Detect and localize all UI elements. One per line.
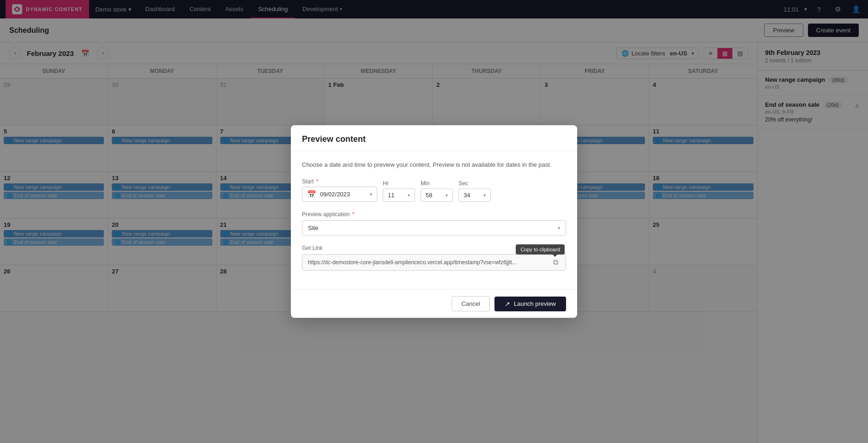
hr-caret-icon: ▾ — [408, 193, 410, 198]
modal-body: Choose a date and time to preview your c… — [291, 151, 577, 290]
min-select-wrap[interactable]: 58 ▾ — [421, 188, 453, 202]
datetime-form-row: Start * 📅 ▾ Hr 11 ▾ — [302, 178, 566, 202]
cancel-button[interactable]: Cancel — [452, 296, 489, 311]
app-select-wrap[interactable]: Site ▾ — [302, 220, 566, 236]
modal-description: Choose a date and time to preview your c… — [302, 160, 566, 170]
modal-header: Preview content — [291, 125, 577, 151]
get-link-section: Get Link ⧉ Copy to clipboard — [302, 245, 566, 271]
min-label: Min — [421, 180, 453, 187]
hr-label: Hr — [383, 180, 415, 187]
app-select[interactable]: Site — [308, 225, 558, 231]
min-field: Min 58 ▾ — [421, 180, 453, 202]
hr-select-wrap[interactable]: 11 ▾ — [383, 188, 415, 202]
copy-icon: ⧉ — [553, 258, 558, 266]
launch-preview-button[interactable]: ↗ Launch preview — [494, 297, 566, 311]
start-date-input[interactable] — [320, 191, 366, 198]
calendar-icon: 📅 — [307, 190, 316, 199]
link-input[interactable] — [308, 259, 548, 266]
sec-select[interactable]: 34 — [464, 192, 472, 199]
launch-label: Launch preview — [514, 300, 556, 307]
date-dropdown-icon: ▾ — [370, 192, 372, 197]
min-caret-icon: ▾ — [446, 193, 448, 198]
sec-field: Sec 34 ▾ — [458, 180, 491, 202]
link-label: Get Link — [302, 245, 566, 251]
modal-footer: Cancel ↗ Launch preview — [291, 289, 577, 318]
sec-label: Sec — [458, 180, 491, 187]
min-select[interactable]: 58 — [426, 192, 434, 199]
preview-content-modal: Preview content Choose a date and time t… — [291, 125, 577, 318]
date-input-wrap[interactable]: 📅 ▾ — [302, 187, 377, 202]
sec-select-wrap[interactable]: 34 ▾ — [458, 188, 491, 202]
app-caret-icon: ▾ — [558, 225, 560, 231]
required-mark: * — [314, 178, 318, 185]
required-mark: * — [350, 211, 354, 218]
external-link-icon: ↗ — [505, 300, 510, 308]
app-select-field: Preview application * Site ▾ — [302, 211, 566, 236]
modal-title: Preview content — [302, 134, 566, 144]
modal-overlay[interactable]: Preview content Choose a date and time t… — [0, 0, 868, 443]
sec-caret-icon: ▾ — [483, 193, 486, 198]
hr-select[interactable]: 11 — [388, 192, 397, 199]
hour-field: Hr 11 ▾ — [383, 180, 415, 202]
app-label: Preview application * — [302, 211, 566, 218]
copy-to-clipboard-button[interactable]: ⧉ Copy to clipboard — [551, 258, 560, 267]
start-label: Start * — [302, 178, 377, 185]
start-date-field: Start * 📅 ▾ — [302, 178, 377, 202]
link-input-wrap: ⧉ Copy to clipboard — [302, 254, 566, 271]
